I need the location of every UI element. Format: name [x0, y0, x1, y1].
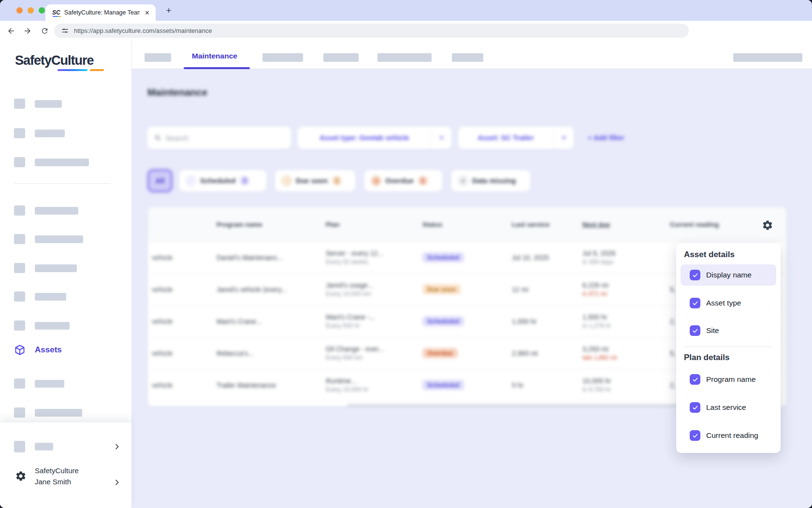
url-bar[interactable]: https://app.safetyculture.com/assets/mai…	[54, 24, 689, 38]
column-toggle-last-service[interactable]: Last service	[684, 398, 773, 417]
forward-icon[interactable]	[23, 27, 32, 35]
column-toggle-asset-type[interactable]: Asset type	[684, 293, 773, 313]
sidebar-footer-item-skeleton[interactable]	[14, 441, 53, 452]
checkbox-checked[interactable]	[690, 270, 700, 280]
nav-tab-skeleton[interactable]	[452, 53, 483, 62]
cell-plan: Runtime...	[326, 377, 422, 385]
cell-next-due: 10,005 hr	[582, 377, 670, 385]
status-pill-all[interactable]: All	[148, 170, 172, 191]
cell-last-service: 12 mi	[512, 286, 582, 293]
browser-tabstrip: SC SafetyCulture: Manage Teams and... ✕ …	[0, 0, 812, 21]
checkbox-checked[interactable]	[690, 374, 700, 385]
chevron-right-icon[interactable]	[113, 479, 121, 486]
sidebar-item-assets[interactable]: Assets	[14, 344, 62, 356]
chevron-right-icon[interactable]	[113, 443, 121, 450]
top-nav-tabs: Maintenance	[132, 41, 812, 69]
column-header-next-due-sorted[interactable]: Next due	[582, 221, 670, 228]
sidebar-item-skeleton[interactable]	[14, 291, 66, 302]
nav-tab-skeleton[interactable]	[145, 53, 171, 62]
cell-next-due: Jul 9, 2026	[582, 249, 670, 257]
remove-filter-icon[interactable]: ✕	[432, 134, 451, 142]
status-badge: Overdue	[422, 348, 458, 358]
sidebar-item-skeleton[interactable]	[14, 262, 77, 274]
count-badge: 3	[240, 176, 249, 186]
status-pill-due-soon[interactable]: ◔ Due soon 1	[275, 170, 355, 191]
slash-circle-icon: ⊘	[458, 176, 468, 186]
nav-tab-skeleton[interactable]	[377, 53, 432, 62]
checkbox-checked[interactable]	[690, 325, 700, 336]
sidebar: SafetyCulture Assets	[0, 41, 132, 508]
search-box[interactable]	[147, 127, 291, 149]
back-icon[interactable]	[7, 27, 15, 35]
sidebar-item-skeleton[interactable]	[14, 378, 64, 389]
column-header-status[interactable]: Status	[422, 221, 512, 228]
window-close-button[interactable]	[16, 7, 23, 14]
nav-tab-skeleton[interactable]	[262, 53, 303, 62]
org-name: SafetyCulture	[35, 465, 79, 476]
window-minimize-button[interactable]	[28, 7, 34, 14]
cell-last-service: 2,983 mi	[512, 349, 582, 357]
browser-tab[interactable]: SC SafetyCulture: Manage Teams and... ✕	[45, 4, 156, 21]
sidebar-item-skeleton[interactable]	[14, 205, 78, 216]
horizontal-scrollbar[interactable]	[347, 405, 680, 406]
checkbox-checked[interactable]	[690, 298, 700, 308]
filter-chip-asset-type[interactable]: Asset type: Geotab vehicle ✕	[298, 127, 451, 149]
remove-filter-icon[interactable]: ✕	[554, 134, 574, 142]
column-toggle-site[interactable]: Site	[684, 321, 773, 340]
new-tab-button[interactable]: +	[162, 4, 175, 17]
sidebar-item-skeleton[interactable]	[14, 157, 89, 168]
status-badge: Scheduled	[422, 252, 464, 262]
column-header-plan[interactable]: Plan	[326, 221, 422, 228]
safetyculture-logo: SafetyCulture	[15, 54, 94, 67]
search-icon	[154, 134, 161, 142]
user-name: Jane Smith	[35, 476, 79, 487]
column-settings-gear-icon[interactable]	[762, 219, 773, 231]
cell-next-due: 1,500 hr	[582, 313, 670, 321]
clock-icon: ◔	[282, 176, 291, 186]
url-text: https://app.safetyculture.com/assets/mai…	[74, 27, 212, 34]
checkbox-checked[interactable]	[690, 402, 700, 413]
status-pill-data-missing[interactable]: ⊘ Data missing	[451, 170, 530, 191]
column-toggle-program-name[interactable]: Program name	[684, 370, 773, 389]
tab-maintenance[interactable]: Maintenance	[192, 52, 237, 60]
status-badge: Due soon	[422, 284, 461, 294]
nav-action-skeleton[interactable]	[733, 53, 802, 62]
cell-program: Trailer Maintenance	[217, 381, 326, 389]
tab-close-icon[interactable]: ✕	[144, 9, 151, 16]
panel-section-title: Plan details	[684, 353, 773, 363]
column-toggle-current-reading[interactable]: Current reading	[684, 426, 773, 445]
sidebar-item-skeleton[interactable]	[14, 98, 62, 109]
search-input[interactable]	[166, 134, 284, 142]
checkbox-checked[interactable]	[690, 430, 700, 441]
sidebar-item-skeleton[interactable]	[14, 233, 83, 245]
sidebar-item-skeleton[interactable]	[14, 407, 82, 418]
cell-program: Daniel's Maintenanc...	[217, 254, 326, 261]
cell-plan: Server - every 12...	[326, 249, 422, 257]
cell-last-service: 1,000 hr	[512, 318, 582, 325]
filter-chip-asset[interactable]: Asset: SC Trailer ✕	[458, 127, 574, 149]
column-header-program[interactable]: Program name	[217, 221, 326, 228]
add-filter-button[interactable]: + Add filter	[588, 127, 624, 149]
nav-tab-skeleton[interactable]	[323, 53, 359, 62]
site-settings-icon[interactable]	[61, 27, 69, 35]
sidebar-item-skeleton[interactable]	[14, 320, 70, 331]
status-pill-overdue[interactable]: ◷ Overdue 1	[364, 170, 442, 191]
cell-plan: Oil Change - ever...	[326, 345, 422, 353]
main-area: Maintenance Maintenance Asset	[132, 41, 812, 508]
sidebar-item-skeleton[interactable]	[14, 128, 65, 139]
sidebar-divider	[14, 183, 111, 184]
cell-program: Jared's vehicle (every...	[217, 286, 326, 293]
check-circle-icon: ✓	[186, 176, 196, 186]
status-pill-scheduled[interactable]: ✓ Scheduled 3	[179, 170, 266, 191]
column-toggle-display-name[interactable]: Display name	[681, 264, 776, 286]
tab-title: SafetyCulture: Manage Teams and...	[64, 9, 140, 16]
app-root: SafetyCulture Assets	[0, 41, 812, 508]
account-switcher[interactable]: SafetyCulture Jane Smith	[15, 465, 79, 487]
reload-icon[interactable]	[41, 27, 49, 35]
cell-last-service: Jul 10, 2025	[512, 254, 582, 261]
window-zoom-button[interactable]	[39, 7, 45, 14]
logo-gradient-underline	[57, 69, 88, 71]
column-header-last-service[interactable]: Last service	[512, 221, 582, 228]
panel-divider	[684, 347, 773, 347]
cell-plan: Mani's Crane -...	[326, 313, 422, 321]
